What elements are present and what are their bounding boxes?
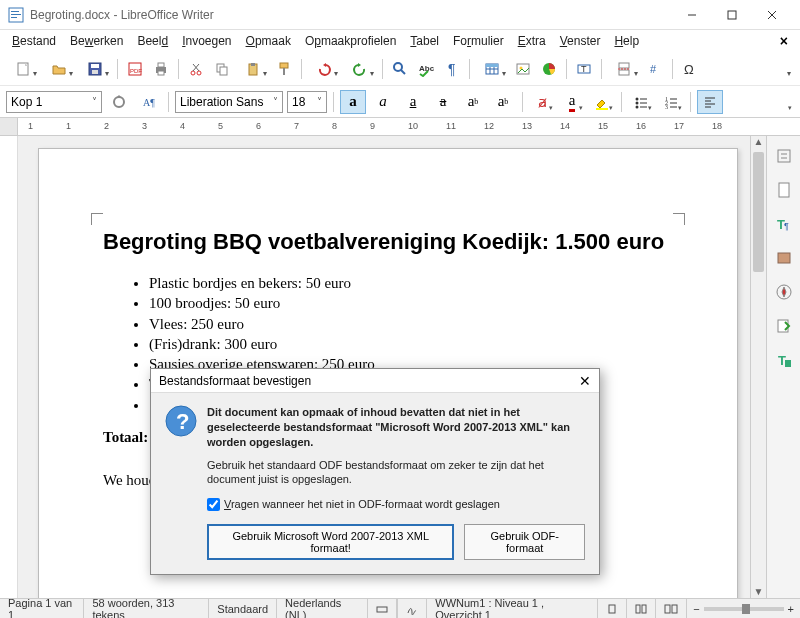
menu-opmaak[interactable]: Opmaak	[240, 32, 297, 50]
status-language[interactable]: Nederlands (NL)	[277, 599, 368, 618]
menu-invoegen[interactable]: Invoegen	[176, 32, 237, 50]
status-view-single-icon[interactable]	[598, 599, 627, 618]
new-button[interactable]	[6, 57, 40, 81]
use-odf-button[interactable]: Gebruik ODF-formaat	[464, 524, 585, 560]
zoom-slider[interactable]	[704, 607, 784, 611]
menu-tabel[interactable]: Tabel	[404, 32, 445, 50]
svg-rect-44	[619, 63, 629, 68]
svg-rect-53	[596, 108, 608, 110]
sidebar-style-inspector-icon[interactable]: T	[772, 348, 796, 372]
keep-format-button[interactable]: Gebruik Microsoft Word 2007-2013 XML for…	[207, 524, 454, 560]
sidebar-gallery-icon[interactable]	[772, 246, 796, 270]
clear-formatting-button[interactable]: a̷	[529, 90, 555, 114]
superscript-button[interactable]: ab	[460, 90, 486, 114]
more-button[interactable]	[760, 57, 794, 81]
insert-textbox-button[interactable]: T	[572, 57, 596, 81]
scroll-up-icon[interactable]: ▲	[751, 136, 766, 152]
vertical-scrollbar[interactable]: ▲ ▼	[750, 136, 766, 602]
status-view-multi-icon[interactable]	[627, 599, 656, 618]
dialog-title: Bestandsformaat bevestigen	[159, 374, 311, 388]
vertical-ruler[interactable]	[0, 136, 18, 602]
zoom-in-icon[interactable]: +	[788, 603, 794, 615]
insert-chart-button[interactable]	[537, 57, 561, 81]
status-wordcount[interactable]: 58 woorden, 313 tekens	[84, 599, 209, 618]
insert-table-button[interactable]	[475, 57, 509, 81]
font-name-combo[interactable]: Liberation Sans	[175, 91, 283, 113]
sidebar-page-icon[interactable]	[772, 178, 796, 202]
italic-button[interactable]: a	[370, 90, 396, 114]
status-style[interactable]: Standaard	[209, 599, 277, 618]
clone-formatting-button[interactable]	[272, 57, 296, 81]
svg-rect-45	[619, 70, 629, 75]
horizontal-ruler[interactable]: 1123456789101112131415161718	[18, 118, 800, 135]
underline-button[interactable]: a	[400, 90, 426, 114]
font-size-combo[interactable]: 18	[287, 91, 327, 113]
export-pdf-button[interactable]: PDF	[123, 57, 147, 81]
copy-button[interactable]	[210, 57, 234, 81]
status-numbering[interactable]: WWNum1 : Niveau 1 , Overzicht 1	[427, 599, 598, 618]
find-replace-button[interactable]	[388, 57, 412, 81]
insert-page-break-button[interactable]	[607, 57, 641, 81]
update-style-button[interactable]	[106, 90, 132, 114]
bullets-button[interactable]	[628, 90, 654, 114]
more-format-button[interactable]	[768, 90, 794, 114]
heading-1[interactable]: Begroting BBQ voetbalvereniging Koedijk:…	[103, 229, 673, 255]
scrollbar-thumb[interactable]	[753, 152, 764, 272]
menu-help[interactable]: Help	[608, 32, 645, 50]
bold-button[interactable]: a	[340, 90, 366, 114]
print-button[interactable]	[149, 57, 173, 81]
insert-image-button[interactable]	[511, 57, 535, 81]
undo-button[interactable]	[307, 57, 341, 81]
sidebar: T¶ T	[766, 136, 800, 602]
sidebar-styles-icon[interactable]: T¶	[772, 212, 796, 236]
maximize-button[interactable]	[712, 1, 752, 29]
dialog-titlebar[interactable]: Bestandsformaat bevestigen ✕	[151, 369, 599, 393]
spellcheck-button[interactable]: Abc	[414, 57, 438, 81]
status-signature-icon[interactable]	[397, 599, 427, 618]
paste-button[interactable]	[236, 57, 270, 81]
close-button[interactable]	[752, 1, 792, 29]
insert-symbol-button[interactable]: Ω	[678, 57, 702, 81]
svg-rect-84	[636, 605, 640, 613]
sidebar-manage-changes-icon[interactable]	[772, 314, 796, 338]
menu-bestand[interactable]: Bestand	[6, 32, 62, 50]
redo-button[interactable]	[343, 57, 377, 81]
dialog-checkbox[interactable]: Vragen wanneer het niet in ODF-formaat w…	[207, 497, 585, 512]
list-item[interactable]: Plastic bordjes en bekers: 50 euro	[149, 273, 673, 293]
minimize-button[interactable]	[672, 1, 712, 29]
menu-bewerken[interactable]: Bewerken	[64, 32, 129, 50]
formatting-marks-button[interactable]: ¶	[440, 57, 464, 81]
list-item[interactable]: Vlees: 250 euro	[149, 314, 673, 334]
insert-field-button[interactable]: #	[643, 57, 667, 81]
align-left-button[interactable]	[697, 90, 723, 114]
status-insert-mode-icon[interactable]	[368, 599, 397, 618]
highlight-button[interactable]	[589, 90, 615, 114]
svg-rect-27	[283, 68, 285, 75]
subscript-button[interactable]: ab	[490, 90, 516, 114]
font-color-button[interactable]: a	[559, 90, 585, 114]
close-document-button[interactable]: ×	[774, 33, 794, 49]
sidebar-properties-icon[interactable]	[772, 144, 796, 168]
menu-opmaakprofielen[interactable]: Opmaakprofielen	[299, 32, 402, 50]
menu-venster[interactable]: Venster	[554, 32, 607, 50]
menu-formulier[interactable]: Formulier	[447, 32, 510, 50]
status-view-book-icon[interactable]	[656, 599, 687, 618]
menu-beeld[interactable]: Beeld	[131, 32, 174, 50]
list-item[interactable]: (Fris)drank: 300 euro	[149, 334, 673, 354]
standard-toolbar: PDF Abc ¶ T # Ω	[0, 52, 800, 86]
zoom-out-icon[interactable]: −	[693, 603, 699, 615]
numbering-button[interactable]: 123	[658, 90, 684, 114]
status-page[interactable]: Pagina 1 van 1	[0, 599, 84, 618]
ask-odf-checkbox[interactable]	[207, 498, 220, 511]
new-style-button[interactable]: A¶	[136, 90, 162, 114]
paragraph-style-combo[interactable]: Kop 1	[6, 91, 102, 113]
menu-extra[interactable]: Extra	[512, 32, 552, 50]
sidebar-navigator-icon[interactable]	[772, 280, 796, 304]
open-button[interactable]	[42, 57, 76, 81]
save-button[interactable]	[78, 57, 112, 81]
dialog-close-button[interactable]: ✕	[579, 373, 591, 389]
list-item[interactable]: 100 broodjes: 50 euro	[149, 293, 673, 313]
cut-button[interactable]	[184, 57, 208, 81]
strikethrough-button[interactable]: a	[430, 90, 456, 114]
zoom-control[interactable]: − +	[687, 603, 800, 615]
